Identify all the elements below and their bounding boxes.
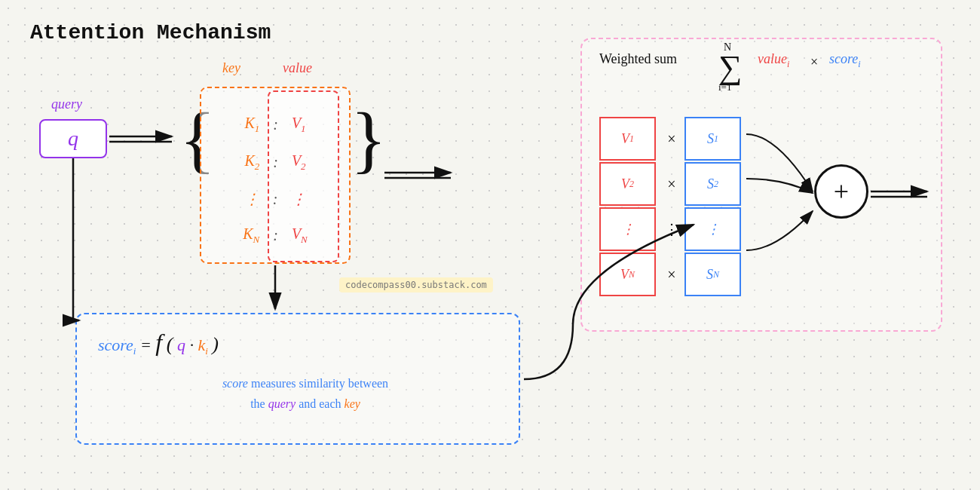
score-formula-score: scorei <box>98 335 136 354</box>
colon-dots: : <box>273 191 278 208</box>
score-formula-f: f <box>155 329 162 356</box>
v-cell-dots: ⋮ <box>599 207 656 251</box>
sigma-i1: i=1 <box>718 81 731 93</box>
score-formula-close: ) <box>212 333 219 355</box>
ws-title: Weighted sum <box>599 51 677 67</box>
val-1: V1 <box>292 115 306 135</box>
score-formula-k: ki <box>198 335 207 354</box>
arrow-q-down-score <box>73 158 79 320</box>
query-label: query <box>51 96 82 112</box>
s-column: S1 S2 ⋮ SN <box>684 117 741 298</box>
score-formula-dot: · <box>189 335 198 354</box>
query-symbol: q <box>68 127 78 151</box>
score-desc-text1: measures similarity between <box>251 377 388 390</box>
score-formula: scorei = f ( q · ki ) <box>98 326 219 360</box>
times-1: × <box>660 117 683 161</box>
s-cell-n: SN <box>684 253 741 296</box>
ws-score-label: scorei <box>829 51 861 70</box>
key-2: K2 <box>244 152 259 173</box>
score-desc-text3: and each <box>299 397 344 410</box>
key-n: KN <box>243 225 259 246</box>
times-column: × × ⋮ × <box>660 117 683 298</box>
value-label: value <box>283 60 312 76</box>
kv-row-1: K1 : V1 <box>244 115 305 135</box>
times-dots: ⋮ <box>660 207 683 251</box>
v-cell-1: V1 <box>599 117 656 161</box>
times-2: × <box>660 162 683 206</box>
query-box: q <box>39 119 107 158</box>
score-desc-key: key <box>345 397 360 410</box>
score-desc-score: score <box>222 377 248 390</box>
colon-2: : <box>273 154 278 171</box>
v-cell-2: V2 <box>599 162 656 206</box>
sigma-symbol: ∑ <box>718 51 742 84</box>
score-desc-query: query <box>268 397 296 410</box>
key-label: key <box>222 60 240 76</box>
val-n: VN <box>292 225 308 246</box>
score-desc-text2: the <box>250 397 268 410</box>
colon-1: : <box>273 116 278 133</box>
page-title: Attention Mechanism <box>30 21 271 44</box>
score-formula-open: ( <box>167 333 173 355</box>
right-brace: } <box>351 102 387 177</box>
ws-times: × <box>810 54 818 70</box>
val-dots: ⋮ <box>291 190 306 208</box>
ws-value-label: valuei <box>758 51 789 70</box>
key-1: K1 <box>244 115 259 135</box>
kv-row-2: K2 : V2 <box>244 152 305 173</box>
s-cell-dots: ⋮ <box>684 207 741 251</box>
plus-circle: + <box>814 164 868 219</box>
kv-row-dots: ⋮ : ⋮ <box>244 190 307 208</box>
v-column: V1 V2 ⋮ VN <box>599 117 656 298</box>
s-cell-1: S1 <box>684 117 741 161</box>
watermark: codecompass00.substack.com <box>339 277 493 292</box>
kv-row-n: KN : VN <box>243 225 308 246</box>
score-formula-eq: = <box>140 335 155 354</box>
colon-n: : <box>273 227 278 244</box>
key-dots: ⋮ <box>244 190 259 208</box>
times-n: × <box>660 253 683 296</box>
score-formula-q: q <box>177 335 185 354</box>
s-cell-2: S2 <box>684 162 741 206</box>
score-description: score measures similarity between the qu… <box>98 373 513 414</box>
val-2: V2 <box>292 152 306 173</box>
kv-content: K1 : V1 K2 : V2 ⋮ : ⋮ KN : VN <box>204 98 347 262</box>
v-cell-n: VN <box>599 253 656 296</box>
